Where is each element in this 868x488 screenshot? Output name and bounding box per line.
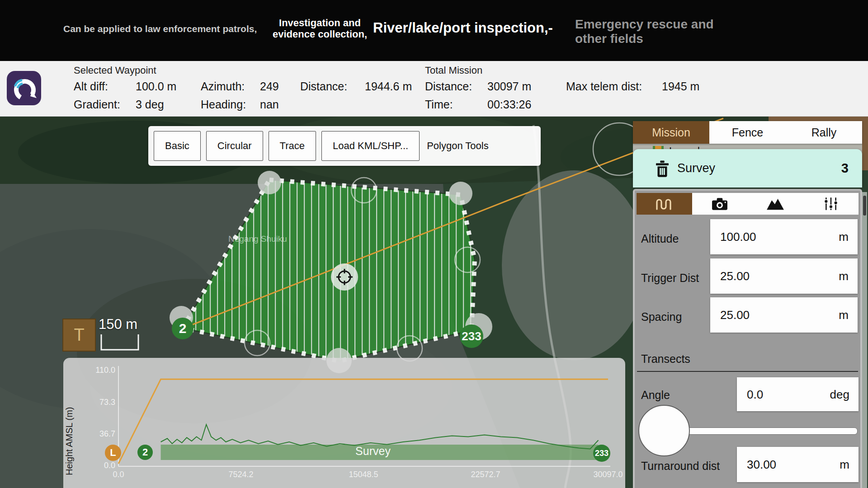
azimuth-label: Azimuth: [201,80,245,93]
angle-slider-track[interactable] [664,427,858,435]
terrain-mountains-icon [766,197,784,211]
mission-distance-label: Distance: [425,80,472,93]
plan-toolbar: Basic Circular Trace Load KML/SHP... Pol… [148,126,541,166]
spacing-value: 25.00 [720,308,750,322]
basic-button[interactable]: Basic [154,131,201,161]
waypoint-233-label: 233 [462,329,481,343]
banner-phrase-4: Emergency rescue and other fields [575,17,742,46]
chart-y-tick: 36.7 [84,429,115,439]
trigger-dist-label: Trigger Dist [641,272,699,285]
banner-phrase-2: Investigation and evidence collection, [267,17,373,40]
altitude-field[interactable]: 100.00 m [710,219,858,254]
promo-banner: Can be applied to law enforcement patrol… [0,0,868,61]
chart-y-tick: 0.0 [84,461,115,470]
transects-wave-icon [655,196,674,211]
wp-distance-label: Distance: [300,80,347,93]
map-center-crosshair-icon[interactable] [331,263,358,291]
trash-icon[interactable] [653,159,672,178]
wp-distance-value: 1944.6 m [365,80,412,93]
panel-scrollbar[interactable] [862,192,867,488]
chart-x-tick: 30097.0 [579,470,637,479]
trigger-dist-unit: m [839,269,849,283]
tab-transects-grid[interactable] [637,193,692,215]
trigger-dist-value: 25.00 [720,269,750,283]
vertex-handle[interactable] [449,182,472,205]
load-kml-shp-button[interactable]: Load KML/SHP... [321,131,420,161]
turnaround-dist-label: Turnaround dist [641,460,720,473]
transects-section-title: Transects [641,352,690,366]
tab-presets[interactable] [803,193,859,215]
waypoint-2-label: 2 [179,321,187,336]
tab-fence[interactable]: Fence [709,121,786,144]
banner-phrase-1: Can be applied to law enforcement patrol… [63,23,271,34]
turnaround-dist-value: 30.00 [747,458,776,472]
waypoint-233-chart-marker[interactable]: 233 [593,445,610,462]
tab-rally[interactable]: Rally [786,121,862,144]
max-telem-value: 1945 m [662,80,699,93]
altitude-label: Altitude [641,232,679,245]
turnaround-dist-unit: m [840,458,849,472]
chart-x-tick: 7524.2 [212,470,270,479]
mission-stats-header: Selected Waypoint Alt diff: 100.0 m Azim… [0,61,868,117]
panel-scrollbar-thumb[interactable] [863,196,866,216]
map-field [502,170,646,360]
tab-mission[interactable]: Mission [633,121,709,144]
transects-divider [637,371,858,372]
alt-diff-label: Alt diff: [74,80,108,93]
spacing-label: Spacing [641,310,682,324]
trigger-dist-field[interactable]: 25.00 m [710,258,858,294]
turnaround-dist-field[interactable]: 30.00 m [737,447,859,482]
total-mission-title: Total Mission [425,65,482,76]
chart-y-tick: 73.3 [84,398,115,407]
alt-diff-value: 100.0 m [136,80,176,93]
survey-title: Survey [677,161,715,175]
angle-field[interactable]: 0.0 deg [737,377,859,411]
elevation-chart-panel: Height AMSL (m) 110.0 73.3 36.7 0.0 0.0 … [63,358,625,488]
mission-distance-value: 30097 m [487,80,531,93]
survey-option-tabs [637,193,859,215]
heading-label: Heading: [201,98,246,111]
plan-view: 2 233 Negang Shuiku T 150 m Height AMSL … [0,0,868,488]
chart-x-tick: 0.0 [89,470,148,479]
map-scale-label: 150 m [99,316,153,333]
polygon-tools-button[interactable]: Polygon Tools [427,140,489,152]
spacing-field[interactable]: 25.00 m [710,297,858,333]
mission-time-label: Time: [425,98,453,111]
vertex-handle[interactable] [258,171,281,194]
takeoff-map-marker[interactable]: T [62,319,96,352]
waypoint-2-chart-marker[interactable]: 2 [137,445,153,460]
spacing-unit: m [839,308,849,322]
azimuth-value: 249 [260,80,279,93]
sliders-icon [823,197,839,211]
chart-x-tick: 15048.5 [334,470,393,479]
elevation-chart [63,358,625,488]
trace-button[interactable]: Trace [269,131,316,161]
plan-edit-tabs: Mission Fence Rally [633,121,862,144]
map-place-label: Negang Shuiku [228,234,287,244]
angle-label: Angle [641,389,670,402]
heading-value: nan [260,98,279,111]
altitude-value: 100.00 [720,230,756,244]
chart-x-tick: 22572.7 [456,470,515,479]
angle-value: 0.0 [747,387,763,401]
app-logo[interactable] [7,71,41,105]
survey-parameters-card: Altitude 100.00 m Trigger Dist 25.00 m S… [633,189,862,488]
circular-button[interactable]: Circular [206,131,263,161]
survey-band-label: Survey [328,445,418,458]
altitude-unit: m [839,230,849,244]
mission-time-value: 00:33:26 [487,98,531,111]
selected-waypoint-title: Selected Waypoint [74,65,156,76]
angle-slider-knob[interactable] [638,405,690,456]
gradient-label: Gradient: [74,98,120,111]
tab-terrain[interactable] [748,193,803,215]
gradient-value: 3 deg [136,98,164,111]
angle-unit: deg [830,387,849,401]
survey-item-count-badge: 3 [841,161,849,176]
survey-item-header[interactable]: Survey 3 [633,149,862,188]
tab-camera[interactable] [692,193,748,215]
max-telem-label: Max telem dist: [566,80,642,93]
chart-y-tick: 110.0 [84,366,115,375]
camera-icon [712,197,728,211]
banner-phrase-3: River/lake/port inspection,- [373,20,567,36]
launch-chart-marker[interactable]: L [105,445,121,461]
